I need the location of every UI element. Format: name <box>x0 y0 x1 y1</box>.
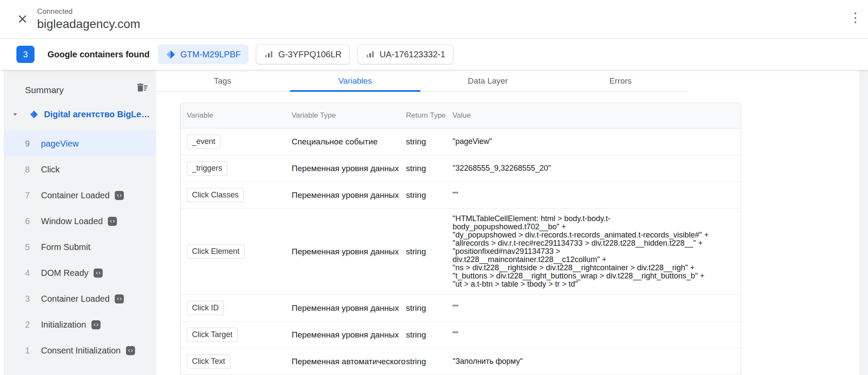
event-number: 6 <box>25 216 41 226</box>
variable-chip[interactable]: Click Classes <box>187 188 244 202</box>
summary-header: Summary <box>4 70 156 98</box>
overflow-menu-icon[interactable]: ⋮ <box>849 10 862 25</box>
container-chip-ga4[interactable]: G-3YFPQ106LR <box>256 44 350 64</box>
variable-type: Переменная уровня данных <box>292 322 406 348</box>
top-bar: ✕ Connected bigleadagency.com ⋮ <box>0 0 868 39</box>
variable-chip[interactable]: _triggers <box>187 161 227 175</box>
container-chip-label: GTM-M29LPBF <box>180 50 241 59</box>
connection-info: Connected bigleadagency.com <box>37 7 140 31</box>
variable-chip[interactable]: Click Target <box>187 328 238 342</box>
sidebar-event-item[interactable]: 1 Consent Initialization <box>4 338 156 363</box>
event-number: 1 <box>25 346 41 356</box>
tab-data-layer[interactable]: Data Layer <box>421 70 554 91</box>
event-label: Container Loaded <box>41 191 110 200</box>
container-chip-label: UA-176123332-1 <box>380 50 445 59</box>
table-row: _triggers Переменная уровня данных strin… <box>181 155 741 182</box>
main-panel: Tags Variables Data Layer Errors Variabl… <box>156 70 860 375</box>
container-chip-label: G-3YFPQ106LR <box>278 50 342 59</box>
return-type: string <box>406 209 453 295</box>
close-icon[interactable]: ✕ <box>10 13 35 26</box>
event-label: Window Loaded <box>41 216 103 226</box>
event-number: 9 <box>25 139 41 149</box>
return-type: string <box>406 348 453 375</box>
sidebar-event-item[interactable]: 7 Container Loaded <box>4 182 156 208</box>
variable-chip[interactable]: _event <box>187 134 220 149</box>
event-number: 7 <box>25 191 41 200</box>
sidebar-event-item[interactable]: 4 DOM Ready <box>4 260 156 286</box>
col-header-value: Value <box>453 103 741 128</box>
clear-summary-button[interactable] <box>136 81 148 95</box>
sidebar-event-item[interactable]: 6 Window Loaded <box>4 208 156 234</box>
variable-value: "Заполнить форму" <box>453 348 741 375</box>
event-number: 5 <box>25 242 41 252</box>
event-label: pageView <box>41 139 79 149</box>
table-body: _event Специальное событие string "pageV… <box>181 128 741 375</box>
analytics-bars-icon <box>365 50 375 59</box>
container-chip-ua[interactable]: UA-176123332-1 <box>357 44 453 64</box>
return-type: string <box>406 322 453 348</box>
event-label: Initialization <box>41 320 86 330</box>
gtm-diamond-icon <box>29 110 38 119</box>
container-name: Digital агентство BigLe… <box>44 109 150 119</box>
sidebar-event-item[interactable]: 2 Initialization <box>4 312 156 338</box>
variable-value: "" <box>453 182 741 209</box>
sidebar-event-item[interactable]: 5 Form Submit <box>4 234 156 260</box>
variable-chip[interactable]: Click ID <box>187 301 224 315</box>
gtm-diamond-icon <box>166 50 176 59</box>
code-icon <box>94 269 103 278</box>
variable-value: "" <box>453 295 741 322</box>
containers-bar: 3 Google containers found GTM-M29LPBF G-… <box>0 39 868 70</box>
variables-table-card: Variable Variable Type Return Type Value… <box>180 103 741 375</box>
sidebar-event-item[interactable]: 9 pageView <box>4 131 156 156</box>
tab-label: Tags <box>214 76 231 86</box>
variable-value: "" <box>453 322 741 348</box>
col-header-variable: Variable <box>181 103 292 128</box>
analytics-bars-icon <box>264 50 274 59</box>
right-scroll-gutter <box>860 70 868 375</box>
return-type: string <box>406 182 453 209</box>
variable-type: Переменная автоматического события <box>292 348 406 375</box>
tab-label: Errors <box>609 76 632 86</box>
tab-errors[interactable]: Errors <box>554 70 687 91</box>
tab-bar: Tags Variables Data Layer Errors <box>156 70 687 92</box>
connection-status: Connected <box>37 7 140 16</box>
table-row: Click Element Переменная уровня данных s… <box>181 209 741 295</box>
event-label: Container Loaded <box>41 294 110 304</box>
event-list: 9 pageView 8 Click 7 Container Loaded 6 … <box>4 131 156 363</box>
containers-found-label: Google containers found <box>47 50 156 59</box>
code-icon <box>115 294 124 303</box>
code-icon <box>108 217 117 226</box>
variable-type: Специальное событие <box>292 128 406 155</box>
tab-variables[interactable]: Variables <box>289 70 422 91</box>
code-icon <box>115 191 124 200</box>
variable-type: Переменная уровня данных <box>292 295 406 322</box>
variable-value: "HTMLTableCellElement: html > body.t-bod… <box>453 209 741 295</box>
summary-sidebar: Summary Digital агентство BigLe… 9 pageV… <box>4 70 156 375</box>
left-scroll-gutter <box>0 70 4 375</box>
variable-chip[interactable]: Click Element <box>187 244 245 259</box>
variable-chip[interactable]: Click Text <box>187 354 230 369</box>
event-label: Consent Initialization <box>41 346 121 356</box>
event-label: Click <box>41 165 60 175</box>
sidebar-container-item[interactable]: Digital агентство BigLe… <box>4 98 156 131</box>
tab-label: Data Layer <box>468 76 508 86</box>
event-label: Form Submit <box>41 242 90 252</box>
summary-title: Summary <box>25 85 64 95</box>
connected-domain: bigleadagency.com <box>37 17 140 31</box>
col-header-return: Return Type <box>406 103 453 128</box>
event-number: 2 <box>25 320 41 330</box>
variable-type: Переменная уровня данных <box>292 209 406 295</box>
sidebar-event-item[interactable]: 3 Container Loaded <box>4 286 156 312</box>
table-row: Click Classes Переменная уровня данных s… <box>181 182 741 209</box>
container-chip-gtm[interactable]: GTM-M29LPBF <box>158 44 248 64</box>
return-type: string <box>406 128 453 155</box>
variable-type: Переменная уровня данных <box>292 182 406 209</box>
sidebar-event-item[interactable]: 8 Click <box>4 156 156 182</box>
code-icon <box>126 346 135 355</box>
col-header-type: Variable Type <box>292 103 406 128</box>
variables-table: Variable Variable Type Return Type Value… <box>181 103 741 375</box>
code-icon <box>91 320 101 329</box>
table-row: Click ID Переменная уровня данных string… <box>181 295 741 322</box>
table-header-row: Variable Variable Type Return Type Value <box>181 103 741 128</box>
tab-tags[interactable]: Tags <box>156 70 289 91</box>
